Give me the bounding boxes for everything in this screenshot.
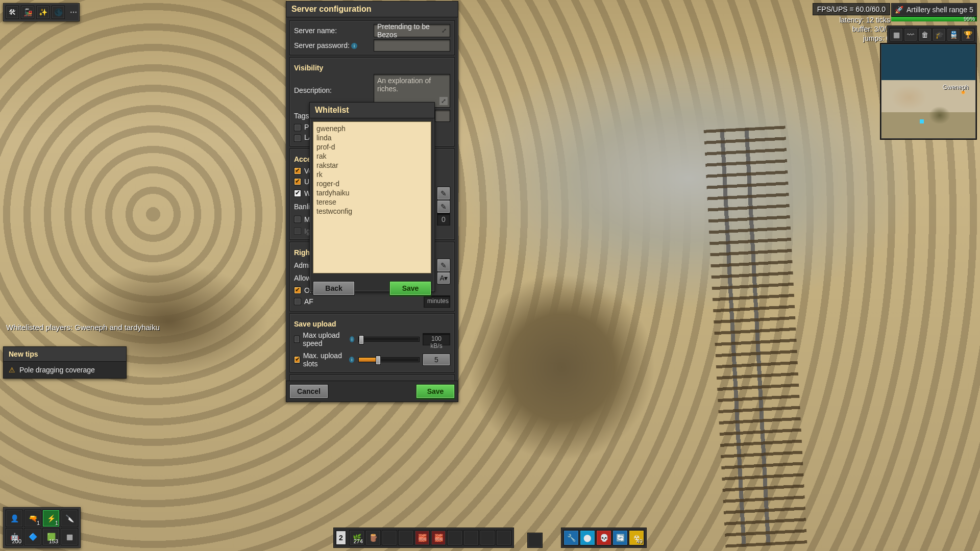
upload-slots-slider[interactable] <box>358 357 420 362</box>
chat-line: Whitelisted players: Gweneph and tardyha… <box>6 323 160 332</box>
hotbar-slot[interactable] <box>382 530 397 545</box>
warning-icon: ⚠ <box>9 366 15 374</box>
edit-banlist-button[interactable]: ✎ <box>437 200 450 213</box>
perf-stats: FPS/UPS = 60.0/60.0 latency: 12 ticks bu… <box>813 3 890 43</box>
shortcut-more[interactable]: ⋯ <box>70 8 77 16</box>
hotbar-slot[interactable]: 🪵 <box>365 530 381 545</box>
tip-item[interactable]: ⚠ Pole dragging coverage <box>9 366 121 374</box>
hotbar-page[interactable]: 2 <box>336 531 346 545</box>
server-password-input[interactable] <box>374 39 450 52</box>
shortcut-3[interactable]: ✨ <box>36 6 50 19</box>
minimap-player-dot <box>962 91 965 94</box>
alert-icon[interactable]: 🔧 <box>564 530 579 545</box>
tips-panel: New tips ⚠ Pole dragging coverage <box>3 346 127 379</box>
whitelist-dialog: Whitelist Back Save <box>309 102 435 292</box>
max-upload-slots-checkbox[interactable]: Max. upload slots <box>294 350 354 369</box>
menu-icons: ▦ 〰 🗑 🎓 🚆 🏆 <box>887 26 977 44</box>
menu-stats-icon[interactable]: 〰 <box>904 28 917 41</box>
hud-bottom: 2 🌿274 🪵 🧱 🧱 🔧 ⬤ 💀 🔄 ☢49 <box>333 528 647 548</box>
hotbar-slot[interactable]: 🌿274 <box>349 530 364 545</box>
whitelist-save-button[interactable]: Save <box>389 281 431 295</box>
research-panel[interactable]: 🚀 Artillery shell range 5 99% <box>891 3 977 21</box>
whitelist-textarea[interactable] <box>313 121 431 273</box>
hand-slot[interactable] <box>527 533 543 548</box>
shortcut-1[interactable]: 🛠 <box>6 6 19 19</box>
edit-whitelist-button[interactable]: ✎ <box>437 187 450 200</box>
server-name-value: Pretending to be Bezos <box>377 22 442 39</box>
server-name-label: Server name: <box>294 27 337 35</box>
minimap[interactable]: Gweneph <box>880 43 977 140</box>
alert-icon[interactable]: ☢49 <box>629 530 644 545</box>
menu-tutorial-icon[interactable]: 🎓 <box>933 28 946 41</box>
alert-icon[interactable]: ⬤ <box>580 530 595 545</box>
upload-speed-value: 100 kB/s <box>423 333 450 345</box>
game-world <box>0 0 980 551</box>
server-config-title: Server configuration <box>286 2 458 17</box>
minimap-marker <box>920 119 924 123</box>
tags-input[interactable] <box>435 110 450 122</box>
research-icon: 🚀 <box>895 6 903 14</box>
equip-slot[interactable]: 🤖200 <box>6 528 23 545</box>
hotbar-slot[interactable] <box>398 530 413 545</box>
save-upload-heading: Save upload <box>294 317 450 330</box>
hotbar-slot[interactable]: 🧱 <box>431 530 446 545</box>
top-shortcut-bar: 🛠 🚂 ✨ 🌑 ⋯ <box>3 3 80 21</box>
menu-trash-icon[interactable]: 🗑 <box>918 28 932 41</box>
expand-icon[interactable]: ⤢ <box>439 97 448 105</box>
upload-slots-value[interactable]: 5 <box>423 354 450 366</box>
hotbar: 2 🌿274 🪵 🧱 🧱 <box>333 528 514 548</box>
save-button[interactable]: Save <box>416 384 455 398</box>
server-password-label: Server password: <box>294 41 357 49</box>
equip-slot-selected[interactable]: ⚡1 <box>42 510 60 527</box>
tags-label: Tags: <box>294 112 311 120</box>
menu-trains-icon[interactable]: 🚆 <box>947 28 960 41</box>
hotbar-slot[interactable] <box>496 530 511 545</box>
whitelist-title: Whitelist <box>310 103 434 118</box>
hotbar-slot[interactable] <box>480 530 495 545</box>
info-icon <box>351 43 357 49</box>
equip-slot[interactable]: 👤 <box>6 510 23 527</box>
banlist-label: Banlist: <box>294 203 309 211</box>
equip-slot[interactable]: 🔷 <box>24 528 41 545</box>
hotbar-slot[interactable] <box>463 530 479 545</box>
equip-slot[interactable]: 🔫1 <box>24 510 41 527</box>
shortcut-2[interactable]: 🚂 <box>21 6 34 19</box>
menu-production-icon[interactable]: ▦ <box>890 28 903 41</box>
description-label: Description: <box>294 74 332 94</box>
hotbar-slot[interactable] <box>447 530 462 545</box>
equipment-panel: 👤 🔫1 ⚡1 🔪 🤖200 🔷 🟩153 ▦ <box>3 507 81 548</box>
whitelist-back-button[interactable]: Back <box>313 281 355 295</box>
alert-icon[interactable]: 🔄 <box>612 530 628 545</box>
equip-slot[interactable]: 🟩153 <box>42 528 60 545</box>
max-players-input[interactable]: 0 <box>437 213 450 226</box>
server-name-input[interactable]: Pretending to be Bezos ⤢ <box>374 24 450 37</box>
edit-admins-button[interactable]: ✎ <box>437 259 450 272</box>
cancel-button[interactable]: Cancel <box>289 384 328 398</box>
info-icon <box>349 357 354 363</box>
tip-label: Pole dragging coverage <box>19 366 95 374</box>
research-name: Artillery shell range 5 <box>906 6 973 14</box>
upload-speed-slider[interactable] <box>358 337 420 342</box>
minimap-tag: Gweneph <box>943 84 969 91</box>
expand-icon[interactable]: ⤢ <box>442 27 447 34</box>
equip-slot[interactable]: 🔪 <box>61 510 78 527</box>
fps-line: FPS/UPS = 60.0/60.0 <box>813 3 890 15</box>
tips-title: New tips <box>4 347 126 362</box>
latency-line: latency: 12 ticks <box>813 15 890 24</box>
jumps-line: jumps: 0 <box>813 34 890 43</box>
shortcut-4[interactable]: 🌑 <box>52 6 65 19</box>
buffer-line: buffer: 3/0/1 <box>813 24 890 34</box>
alerts: 🔧 ⬤ 💀 🔄 ☢49 <box>561 528 647 548</box>
research-pct: 99% <box>964 16 975 22</box>
equip-slot[interactable]: ▦ <box>61 528 78 545</box>
max-upload-speed-checkbox[interactable]: Max upload speed <box>294 330 354 348</box>
hotbar-slot[interactable]: 🧱 <box>414 530 430 545</box>
menu-achievements-icon[interactable]: 🏆 <box>961 28 974 41</box>
info-icon <box>350 336 354 342</box>
visibility-heading: Visibility <box>294 61 450 74</box>
alert-icon[interactable]: 💀 <box>596 530 611 545</box>
allow-commands-select[interactable]: Admins only ▾ <box>437 272 450 284</box>
